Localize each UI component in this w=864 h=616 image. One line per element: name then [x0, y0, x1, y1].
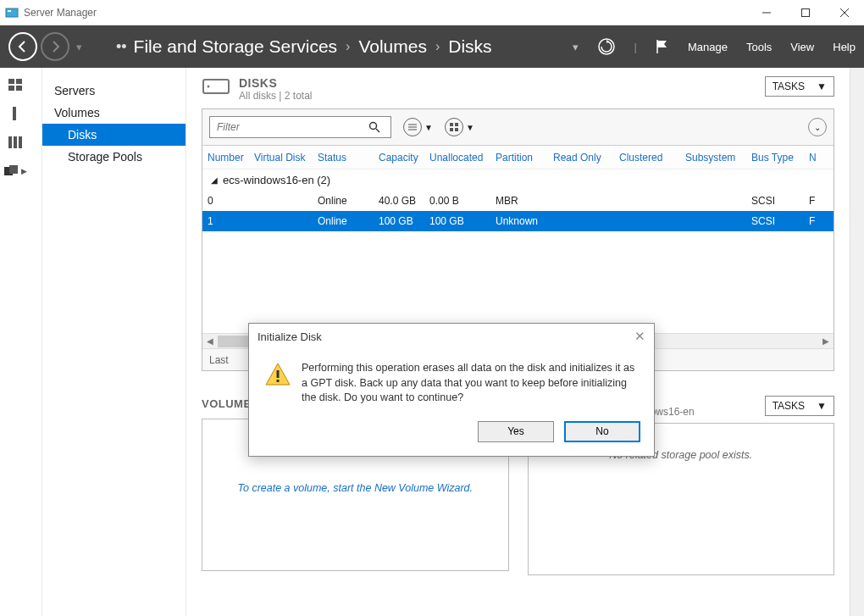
- breadcrumb-item-disks[interactable]: Disks: [448, 36, 491, 57]
- filter-input[interactable]: [210, 121, 368, 133]
- svg-rect-10: [16, 86, 22, 91]
- svg-rect-13: [14, 136, 17, 148]
- header-bar: ▾ •• File and Storage Services › Volumes…: [0, 25, 864, 68]
- nav-back-button[interactable]: [8, 32, 37, 61]
- col-status[interactable]: Status: [313, 152, 374, 164]
- rail-dashboard-icon[interactable]: [8, 76, 34, 93]
- maximize-button[interactable]: [786, 0, 825, 25]
- svg-rect-11: [13, 107, 16, 120]
- filter-box: [209, 116, 391, 138]
- svg-rect-8: [16, 79, 22, 84]
- caret-down-icon: ▼: [424, 123, 433, 132]
- svg-rect-25: [455, 123, 458, 126]
- svg-rect-26: [450, 128, 453, 131]
- disks-grid-header: Number Virtual Disk Status Capacity Unal…: [202, 145, 834, 169]
- vertical-scrollbar[interactable]: [850, 68, 864, 616]
- sidebar-item-disks[interactable]: Disks: [42, 124, 186, 146]
- breadcrumb-home-icon[interactable]: ••: [116, 38, 127, 56]
- menu-tools[interactable]: Tools: [746, 41, 772, 53]
- svg-rect-28: [277, 370, 280, 378]
- dialog-yes-button[interactable]: Yes: [478, 421, 554, 442]
- new-volume-wizard-link[interactable]: To create a volume, start the New Volume…: [216, 482, 495, 494]
- svg-line-20: [376, 129, 379, 132]
- sidebar-item-volumes[interactable]: Volumes: [42, 102, 186, 124]
- caret-down-icon: ▼: [466, 123, 474, 132]
- scroll-right-icon[interactable]: ▶: [818, 336, 834, 346]
- disk-row-0[interactable]: 0 Online 40.0 GB 0.00 B MBR SCSI F: [202, 191, 834, 211]
- initialize-disk-dialog: Initialize Disk ✕ Performing this operat…: [248, 323, 655, 457]
- category-view-button[interactable]: ▼: [445, 118, 474, 136]
- svg-rect-9: [8, 86, 14, 91]
- grid-empty-space: [202, 231, 834, 333]
- rail-file-storage-icon[interactable]: ▶: [4, 163, 38, 180]
- disk-row-1[interactable]: 1 Online 100 GB 100 GB Unknown SCSI F: [202, 211, 834, 231]
- svg-rect-16: [9, 165, 18, 174]
- svg-rect-24: [450, 123, 453, 126]
- breadcrumb-item-fileservices[interactable]: File and Storage Services: [134, 36, 337, 57]
- refresh-icon[interactable]: [597, 37, 616, 56]
- disks-tasks-button[interactable]: TASKS ▼: [765, 76, 834, 97]
- header-dropdown-caret[interactable]: ▾: [573, 41, 579, 53]
- warning-icon: [264, 361, 291, 388]
- tasks-label: TASKS: [773, 80, 805, 92]
- col-number[interactable]: Number: [202, 152, 249, 164]
- sidebar-item-servers[interactable]: Servers: [42, 80, 186, 102]
- rail-local-server-icon[interactable]: [8, 105, 34, 122]
- minimize-button[interactable]: [747, 0, 786, 25]
- nav-forward-button[interactable]: [41, 32, 69, 61]
- caret-down-icon: ▼: [817, 400, 827, 412]
- app-title: Server Manager: [24, 7, 97, 19]
- svg-rect-0: [6, 8, 18, 17]
- svg-rect-3: [802, 8, 810, 16]
- dialog-title: Initialize Disk: [258, 330, 322, 343]
- tasks-label: TASKS: [773, 400, 805, 412]
- pool-tasks-button[interactable]: TASKS ▼: [765, 396, 834, 416]
- dialog-message: Performing this operation erases all dat…: [302, 361, 639, 406]
- icon-rail: ▶: [0, 68, 42, 616]
- svg-rect-1: [8, 10, 11, 12]
- app-icon: [5, 6, 19, 19]
- list-view-button[interactable]: ▼: [403, 118, 433, 136]
- search-icon[interactable]: [368, 121, 390, 133]
- col-bus-type[interactable]: Bus Type: [746, 152, 804, 164]
- expand-collapse-button[interactable]: ⌄: [808, 118, 827, 136]
- svg-rect-27: [455, 128, 458, 131]
- sidebar-item-storage-pools[interactable]: Storage Pools: [42, 146, 186, 168]
- rail-all-servers-icon[interactable]: [8, 134, 34, 151]
- group-row[interactable]: ◢ ecs-windows16-en (2): [202, 169, 834, 191]
- close-button[interactable]: [825, 0, 864, 25]
- svg-point-18: [208, 86, 210, 88]
- menu-manage[interactable]: Manage: [688, 41, 728, 53]
- chevron-right-icon: ›: [346, 39, 350, 54]
- nav-dropdown-icon[interactable]: ▾: [76, 41, 82, 53]
- col-read-only[interactable]: Read Only: [548, 152, 614, 164]
- sidebar: Servers Volumes Disks Storage Pools: [42, 68, 186, 616]
- window-titlebar: Server Manager: [0, 0, 864, 25]
- menu-view[interactable]: View: [790, 41, 814, 53]
- col-name[interactable]: N: [804, 152, 834, 164]
- svg-rect-29: [277, 380, 280, 382]
- col-capacity[interactable]: Capacity: [374, 152, 424, 164]
- group-label: ecs-windows16-en (2): [223, 174, 330, 186]
- disks-icon: [202, 76, 230, 97]
- svg-rect-14: [19, 136, 22, 148]
- dialog-no-button[interactable]: No: [564, 421, 640, 442]
- flag-icon[interactable]: [656, 39, 669, 54]
- col-unallocated[interactable]: Unallocated: [424, 152, 490, 164]
- scroll-left-icon[interactable]: ◀: [202, 336, 218, 346]
- col-subsystem[interactable]: Subsystem: [680, 152, 746, 164]
- svg-rect-12: [8, 136, 12, 148]
- chevron-right-icon: ›: [435, 39, 440, 54]
- menu-help[interactable]: Help: [833, 41, 856, 53]
- disks-section-subtitle: All disks | 2 total: [239, 90, 312, 102]
- disks-section-title: DISKS: [239, 76, 312, 90]
- svg-point-19: [370, 123, 377, 130]
- breadcrumb: •• File and Storage Services › Volumes ›…: [116, 36, 492, 57]
- caret-down-icon: ▼: [817, 80, 827, 92]
- col-partition[interactable]: Partition: [490, 152, 548, 164]
- breadcrumb-item-volumes[interactable]: Volumes: [358, 36, 427, 57]
- collapse-triangle-icon: ◢: [211, 175, 218, 185]
- col-clustered[interactable]: Clustered: [614, 152, 680, 164]
- col-virtual-disk[interactable]: Virtual Disk: [249, 152, 313, 164]
- dialog-close-icon[interactable]: ✕: [634, 329, 645, 344]
